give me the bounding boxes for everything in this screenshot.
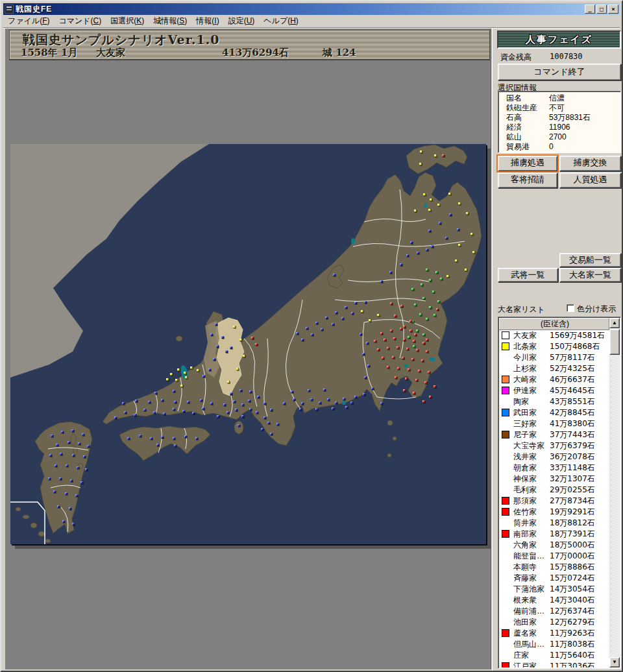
castle-dot-b[interactable]	[321, 328, 323, 331]
castle-dot-b[interactable]	[67, 441, 70, 444]
castle-dot-b[interactable]	[85, 468, 88, 471]
daimyo-row[interactable]: 大友家1569万4581石	[499, 330, 609, 341]
castle-dot-b[interactable]	[341, 317, 344, 320]
menu-item-F[interactable]: ファイル(F)	[3, 14, 54, 28]
castle-dot-y[interactable]	[446, 275, 449, 278]
castle-dot-b[interactable]	[354, 396, 357, 398]
castle-dot-b[interactable]	[173, 437, 175, 440]
castle-dot-b[interactable]	[71, 429, 74, 432]
castle-dot-y[interactable]	[466, 212, 469, 215]
castle-dot-r[interactable]	[416, 349, 419, 352]
daimyo-row[interactable]: 蘆名家11万9263石	[499, 628, 609, 639]
daimyo-row[interactable]: 伊達家45万4645石	[499, 385, 609, 396]
castle-dot-r[interactable]	[426, 350, 428, 353]
castle-dot-b[interactable]	[257, 396, 260, 398]
castle-dot-r[interactable]	[434, 385, 436, 388]
castle-dot-b[interactable]	[143, 409, 146, 411]
castle-dot-b[interactable]	[53, 490, 56, 493]
castle-dot-b[interactable]	[78, 442, 80, 445]
castle-dot-y[interactable]	[419, 163, 422, 165]
castle-dot-g[interactable]	[416, 330, 419, 332]
castle-dot-b[interactable]	[154, 392, 157, 394]
castle-dot-r[interactable]	[422, 342, 425, 344]
castle-dot-r[interactable]	[415, 379, 418, 381]
daimyo-row[interactable]: 上杉家52万4325石	[499, 363, 609, 374]
castle-dot-b[interactable]	[139, 435, 141, 437]
castle-dot-r[interactable]	[405, 378, 408, 380]
scroll-down-icon[interactable]: ▼	[609, 657, 620, 667]
castle-dot-b[interactable]	[270, 409, 273, 411]
castle-dot-b[interactable]	[310, 398, 313, 401]
castle-dot-g[interactable]	[432, 291, 435, 293]
castle-dot-b[interactable]	[122, 402, 125, 405]
castle-dot-r[interactable]	[403, 339, 406, 341]
castle-dot-g[interactable]	[440, 278, 443, 280]
castle-dot-y[interactable]	[166, 378, 169, 381]
castle-dot-b[interactable]	[187, 401, 189, 403]
daimyo-row[interactable]: 今川家57万8117石	[499, 352, 609, 363]
castle-dot-r[interactable]	[424, 381, 427, 384]
castle-dot-y[interactable]	[180, 385, 183, 387]
menu-item-I[interactable]: 情報(I)	[191, 14, 223, 28]
castle-dot-b[interactable]	[69, 507, 71, 510]
castle-dot-g[interactable]	[419, 313, 422, 316]
castle-dot-r[interactable]	[387, 347, 389, 350]
castle-dot-y[interactable]	[430, 198, 432, 201]
guest-general-invite-button[interactable]: 客将招請	[498, 173, 557, 188]
list-scrollbar[interactable]: ▲ ▼	[609, 318, 620, 667]
castle-dot-b[interactable]	[195, 437, 198, 440]
daimyo-row[interactable]: 尼子家37万7443石	[499, 429, 609, 440]
castle-dot-b[interactable]	[315, 322, 318, 324]
castle-dot-b[interactable]	[410, 241, 413, 244]
hostage-treatment-button[interactable]: 人質処遇	[559, 173, 621, 188]
prisoner-exchange-button[interactable]: 捕虜交換	[559, 156, 621, 171]
castle-dot-g[interactable]	[422, 333, 425, 336]
castle-dot-b[interactable]	[400, 263, 402, 266]
castle-dot-b[interactable]	[135, 400, 138, 402]
scrollbar-thumb[interactable]	[609, 329, 620, 355]
castle-dot-b[interactable]	[445, 237, 448, 239]
castle-dot-b[interactable]	[134, 414, 136, 416]
castle-dot-b[interactable]	[371, 387, 374, 390]
castle-dot-b[interactable]	[70, 479, 73, 482]
castle-dot-b[interactable]	[248, 400, 250, 402]
daimyo-row[interactable]: 陶家43万8551石	[499, 396, 609, 407]
castle-dot-b[interactable]	[249, 390, 252, 393]
castle-dot-y[interactable]	[236, 368, 239, 370]
castle-dot-r[interactable]	[421, 359, 424, 362]
castle-dot-b[interactable]	[82, 433, 84, 436]
castle-dot-b[interactable]	[87, 445, 90, 448]
castle-dot-b[interactable]	[48, 477, 51, 480]
castle-dot-r[interactable]	[397, 346, 399, 349]
castle-dot-b[interactable]	[202, 375, 205, 378]
castle-dot-r[interactable]	[387, 366, 389, 368]
daimyo-row[interactable]: 本願寺15万8886石	[499, 562, 609, 573]
castle-dot-y[interactable]	[428, 209, 431, 211]
daimyo-row[interactable]: 那須家27万8734石	[499, 496, 609, 507]
castle-dot-r[interactable]	[406, 348, 409, 350]
castle-dot-b[interactable]	[153, 411, 156, 414]
castle-dot-b[interactable]	[343, 398, 345, 400]
castle-dot-b[interactable]	[72, 523, 75, 525]
castle-dot-b[interactable]	[217, 415, 219, 418]
castle-dot-b[interactable]	[192, 412, 195, 414]
castle-dot-y[interactable]	[233, 326, 236, 328]
castle-dot-b[interactable]	[319, 402, 321, 404]
castle-dot-b[interactable]	[345, 306, 347, 309]
castle-dot-b[interactable]	[223, 403, 226, 406]
castle-dot-b[interactable]	[335, 311, 337, 314]
castle-dot-g[interactable]	[426, 318, 428, 320]
daimyo-houses-button[interactable]: 大名家一覧	[559, 268, 621, 282]
castle-dot-r[interactable]	[402, 357, 404, 359]
castle-dot-y[interactable]	[175, 379, 178, 381]
daimyo-row[interactable]: 筒井家18万8812石	[499, 518, 609, 529]
title-bar[interactable]: 戦国史FE _ □ ×	[3, 3, 620, 15]
castle-dot-b[interactable]	[238, 424, 240, 427]
castle-dot-r[interactable]	[436, 308, 439, 311]
castle-dot-b[interactable]	[83, 455, 86, 458]
castle-dot-y[interactable]	[423, 193, 426, 196]
castle-dot-b[interactable]	[230, 346, 232, 349]
castle-dot-g[interactable]	[437, 300, 440, 303]
castle-dot-b[interactable]	[325, 317, 328, 319]
castle-dot-b[interactable]	[77, 466, 79, 469]
